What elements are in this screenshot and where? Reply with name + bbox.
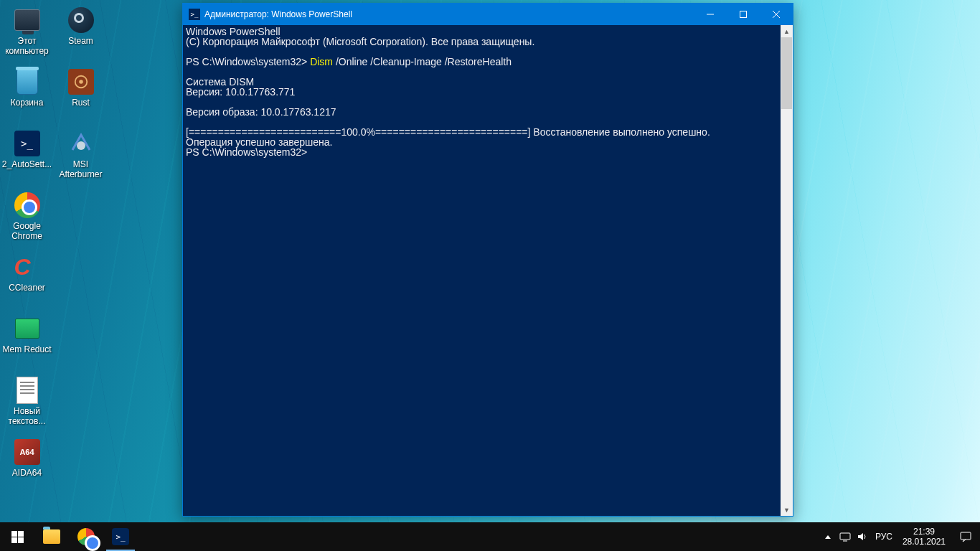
maximize-button[interactable]	[727, 4, 760, 25]
chrome-icon	[77, 528, 95, 545]
term-line: Версия образа: 10.0.17763.1217	[186, 107, 790, 117]
taskbar-clock[interactable]: 21:39 28.01.2021	[897, 527, 951, 547]
desktop-icon-textfile[interactable]: Новыйтекстов...	[0, 372, 54, 433]
chrome-icon	[14, 192, 40, 218]
desktop-icon-aida64[interactable]: A64 AIDA64	[0, 433, 54, 495]
icon-label: 2_AutoSett...	[2, 159, 52, 169]
desktop-icon-autosettings[interactable]: >_ 2_AutoSett...	[0, 125, 54, 187]
icon-label: Rust	[72, 98, 90, 108]
svg-rect-8	[18, 531, 24, 537]
term-line	[186, 97, 790, 107]
term-line	[186, 117, 790, 127]
terminal-output[interactable]: Windows PowerShell (C) Корпорация Майкро…	[183, 25, 793, 516]
term-line	[186, 47, 790, 57]
icon-label: Корзина	[11, 98, 44, 108]
aida64-icon: A64	[14, 439, 40, 465]
steam-icon	[68, 7, 94, 33]
desktop-icon-msi-afterburner[interactable]: MSIAfterburner	[54, 125, 108, 187]
powershell-icon: >_	[112, 528, 129, 545]
scrollbar[interactable]: ▲ ▼	[781, 25, 793, 516]
icon-label: Steam	[68, 36, 93, 46]
icon-label: Новыйтекстов...	[9, 406, 46, 426]
scroll-thumb[interactable]	[781, 37, 792, 109]
clock-time: 21:39	[903, 527, 946, 537]
icon-label: Mem Reduct	[2, 344, 51, 354]
mem-reduct-icon	[15, 319, 39, 339]
language-indicator[interactable]: РУС	[871, 532, 897, 542]
msi-afterburner-icon	[68, 131, 94, 156]
svg-rect-7	[11, 531, 17, 537]
svg-point-1	[79, 80, 83, 84]
titlebar[interactable]: >_ Администратор: Windows PowerShell	[183, 4, 793, 25]
recycle-bin-icon	[17, 69, 38, 95]
action-center-button[interactable]	[951, 531, 980, 542]
term-prompt-line: PS C:\Windows\system32>	[186, 147, 790, 157]
term-line: Cистема DISM	[186, 77, 790, 87]
powershell-icon: >_	[14, 131, 40, 156]
desktop-icon-rust[interactable]: Rust	[54, 63, 108, 125]
minimize-button[interactable]	[694, 4, 727, 25]
rust-icon	[68, 69, 94, 95]
term-line: (C) Корпорация Майкрософт (Microsoft Cor…	[186, 37, 790, 47]
prompt: PS C:\Windows\system32>	[186, 56, 310, 67]
icon-label: CCleaner	[9, 283, 45, 293]
svg-rect-4	[740, 11, 747, 18]
svg-point-2	[77, 141, 85, 150]
chevron-up-icon	[825, 535, 831, 539]
taskbar-explorer[interactable]	[34, 522, 69, 551]
desktop-icon-steam[interactable]: Steam	[54, 1, 108, 63]
term-line: Версия: 10.0.17763.771	[186, 87, 790, 97]
svg-rect-13	[961, 532, 971, 540]
command-name: Dism	[310, 56, 333, 67]
taskbar-powershell[interactable]: >_	[103, 522, 138, 551]
tray-overflow-button[interactable]	[819, 522, 837, 551]
desktop-icon-this-pc[interactable]: Этоткомпьютер	[0, 1, 54, 63]
powershell-title-icon: >_	[189, 9, 200, 20]
computer-icon	[14, 9, 40, 31]
ccleaner-icon: C	[14, 254, 40, 280]
term-progress-line: [==========================100.0%=======…	[186, 127, 790, 137]
icon-label: GoogleChrome	[11, 221, 42, 241]
icon-label: Этоткомпьютер	[5, 36, 49, 56]
tray-volume-icon[interactable]	[854, 522, 871, 551]
taskbar: >_ РУС 21:39 28.01.2021	[0, 522, 980, 551]
icon-label: MSIAfterburner	[59, 159, 102, 179]
term-prompt-line: PS C:\Windows\system32> Dism /Online /Cl…	[186, 57, 790, 67]
desktop-icon-mem-reduct[interactable]: Mem Reduct	[0, 310, 54, 372]
tray-network-icon[interactable]	[837, 522, 854, 551]
desktop-icon-ccleaner[interactable]: C CCleaner	[0, 248, 54, 310]
icon-label: AIDA64	[12, 468, 42, 478]
desktop-icon-chrome[interactable]: GoogleChrome	[0, 187, 54, 248]
command-args: /Online /Cleanup-Image /RestoreHealth	[333, 56, 512, 67]
svg-rect-11	[840, 533, 850, 540]
close-button[interactable]	[760, 4, 793, 25]
desktop-icons: Этоткомпьютер Корзина >_ 2_AutoSett... G…	[0, 1, 108, 495]
text-file-icon	[17, 377, 38, 404]
desktop-icon-recycle-bin[interactable]: Корзина	[0, 63, 54, 125]
svg-rect-9	[11, 537, 17, 543]
windows-icon	[11, 531, 24, 543]
clock-date: 28.01.2021	[903, 537, 946, 547]
term-line: Операция успешно завершена.	[186, 137, 790, 147]
taskbar-chrome[interactable]	[69, 522, 103, 551]
term-line	[186, 67, 790, 77]
folder-icon	[43, 529, 60, 544]
scroll-up-button[interactable]: ▲	[781, 25, 793, 37]
start-button[interactable]	[0, 522, 34, 551]
svg-rect-10	[18, 537, 24, 543]
scroll-down-button[interactable]: ▼	[781, 504, 793, 516]
term-line: Windows PowerShell	[186, 27, 790, 37]
window-title: Администратор: Windows PowerShell	[204, 9, 694, 19]
powershell-window: >_ Администратор: Windows PowerShell Win…	[182, 3, 793, 517]
